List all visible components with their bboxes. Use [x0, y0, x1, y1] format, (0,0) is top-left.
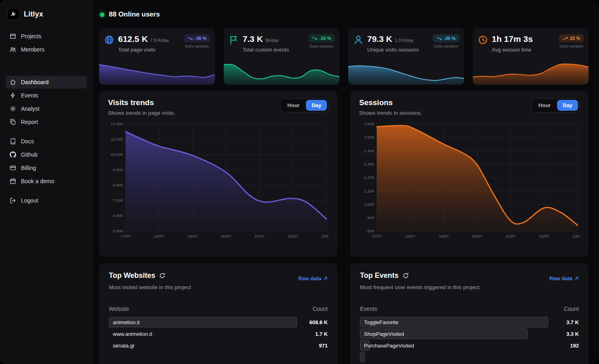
- row-bar: iamata.gr: [109, 340, 297, 351]
- svg-text:7.000: 7.000: [113, 198, 123, 203]
- trend-up-icon: [563, 36, 568, 41]
- day-toggle-button[interactable]: Day: [557, 100, 578, 111]
- stat-card-total-custom-events: 7.3 K 95/day Total custom events -33 % D…: [224, 28, 339, 85]
- sidebar-item-docs[interactable]: Docs: [6, 135, 87, 148]
- raw-data-link[interactable]: Raw data: [298, 275, 328, 281]
- row-label: ToggleFavorite: [364, 319, 398, 325]
- sidebar-item-projects[interactable]: Projects: [6, 30, 87, 43]
- day-toggle-button[interactable]: Day: [306, 100, 327, 111]
- stat-label: Unique visits sessions: [367, 47, 419, 53]
- table-row[interactable]: iamata.gr971: [109, 340, 328, 351]
- stat-card-total-page-visits: 612.5 K 7.9 K/day Total page visits -36 …: [99, 28, 215, 85]
- table-row[interactable]: ToggleFavorite3.7 K: [360, 317, 579, 327]
- hour-day-toggle: Hour Day: [531, 98, 580, 112]
- row-label: PurchasePageVisited: [364, 343, 414, 349]
- table-row[interactable]: [360, 352, 579, 362]
- sidebar-spacer: [6, 56, 87, 76]
- stat-card-unique-visits-sessions: 79.3 K 1.0 K/day Unique visits sessions …: [348, 28, 464, 85]
- svg-text:1.200: 1.200: [364, 175, 374, 180]
- bolt-icon: [10, 92, 16, 99]
- sidebar-item-report[interactable]: Report: [6, 116, 87, 128]
- home-icon: [10, 79, 16, 85]
- stat-label: Total custom events: [243, 47, 289, 53]
- table-title: Top Websites: [109, 271, 155, 280]
- sidebar-item-label: Dashboard: [21, 79, 49, 85]
- sidebar-item-book-a-demo[interactable]: Book a demo: [6, 175, 87, 188]
- table-row[interactable]: animetion.it608.6 K: [109, 317, 328, 327]
- svg-text:1.100: 1.100: [364, 189, 374, 193]
- row-bar: www.animetion.it: [109, 329, 297, 339]
- online-users-text: 88 Online users: [109, 10, 160, 19]
- daily-variation-caption: Daily variation: [185, 44, 209, 48]
- svg-text:23/07: 23/07: [322, 234, 329, 238]
- daily-variation-caption: Daily variation: [434, 44, 458, 48]
- refresh-icon[interactable]: [403, 273, 409, 279]
- sidebar-item-label: Logout: [21, 197, 38, 204]
- sidebar-item-github[interactable]: Github: [6, 148, 87, 161]
- app-logo: Litlyx: [7, 8, 85, 20]
- sidebar-item-members[interactable]: Members: [6, 43, 87, 56]
- websites-table-body: animetion.it608.6 Kwww.animetion.it1.7 K…: [109, 317, 328, 351]
- online-users-indicator: 88 Online users: [100, 10, 589, 19]
- svg-text:1.400: 1.400: [364, 149, 374, 153]
- sidebar-item-dashboard[interactable]: Dashboard: [6, 76, 87, 89]
- sidebar-item-billing[interactable]: Billing: [6, 161, 87, 174]
- daily-variation-caption: Daily variation: [559, 44, 584, 48]
- table-subtitle: Most frequent user events triggered in t…: [360, 284, 579, 290]
- sidebar-item-label: Events: [21, 92, 38, 99]
- app-name: Litlyx: [24, 10, 43, 19]
- sessions-sparkline: [348, 60, 464, 85]
- trend-down-icon: [187, 36, 193, 41]
- daily-variation-badge: -33 %: [308, 34, 335, 42]
- table-row[interactable]: PurchasePageVisited192: [360, 340, 579, 351]
- calendar-icon: [10, 178, 16, 184]
- svg-text:22/07: 22/07: [288, 234, 298, 238]
- charts-row: Visits trends Shows trends in page visit…: [99, 91, 589, 257]
- tables-row: Top Websites Raw data Most visited websi…: [99, 263, 589, 364]
- badge-value: -33 %: [319, 36, 331, 41]
- page-visits-sparkline: [99, 60, 215, 85]
- custom-events-sparkline: [224, 60, 339, 85]
- svg-text:11.000: 11.000: [111, 137, 123, 141]
- arrow-up-right-icon: [574, 276, 579, 281]
- clock-icon: [478, 35, 488, 45]
- hour-toggle-button[interactable]: Hour: [533, 100, 556, 111]
- sidebar-item-analyst[interactable]: Analyst: [6, 102, 87, 115]
- sidebar-item-label: Github: [21, 151, 37, 158]
- sidebar-item-events[interactable]: Events: [6, 89, 87, 102]
- raw-data-label: Raw data: [298, 275, 321, 281]
- table-row[interactable]: www.animetion.it1.7 K: [109, 329, 328, 339]
- badge-value: 22 %: [570, 36, 580, 41]
- top-websites-card: Top Websites Raw data Most visited websi…: [99, 263, 337, 364]
- table-header: Events Count: [360, 306, 579, 312]
- svg-text:19/07: 19/07: [439, 234, 449, 238]
- sidebar-item-label: Projects: [21, 33, 42, 39]
- svg-text:1.000: 1.000: [364, 202, 374, 207]
- raw-data-link[interactable]: Raw data: [549, 275, 579, 281]
- sidebar-spacer: [6, 129, 87, 135]
- row-bar: ToggleFavorite: [360, 317, 548, 327]
- sidebar-spacer: [6, 188, 87, 194]
- badge-value: -36 %: [195, 36, 206, 41]
- row-bar: PurchasePageVisited: [360, 340, 548, 351]
- top-events-card: Top Events Raw data Most frequent user e…: [350, 263, 589, 364]
- visits-trends-chart: 12.00011.00010.0009.0008.0007.0006.0005.…: [108, 121, 329, 241]
- trend-down-icon: [312, 36, 317, 41]
- column-events: Events: [360, 306, 377, 312]
- sidebar-item-logout[interactable]: Logout: [6, 194, 87, 207]
- hour-toggle-button[interactable]: Hour: [282, 100, 305, 111]
- table-title: Top Events: [360, 271, 399, 280]
- column-count: Count: [564, 306, 579, 312]
- main-content: 88 Online users 612.5 K 7.9 K/day Total …: [93, 0, 599, 364]
- chart-title: Visits trends: [108, 98, 175, 107]
- github-icon: [10, 151, 16, 158]
- row-bar: [360, 352, 548, 362]
- table-row[interactable]: ShopPageVisited3.3 K: [360, 329, 579, 339]
- refresh-icon[interactable]: [159, 273, 165, 279]
- card-icon: [10, 165, 16, 171]
- arrow-up-right-icon: [323, 276, 328, 281]
- litlyx-logo-icon: [7, 8, 19, 20]
- trend-down-icon: [437, 36, 442, 41]
- stat-cards-row: 612.5 K 7.9 K/day Total page visits -36 …: [99, 28, 589, 85]
- svg-text:22/07: 22/07: [539, 234, 549, 238]
